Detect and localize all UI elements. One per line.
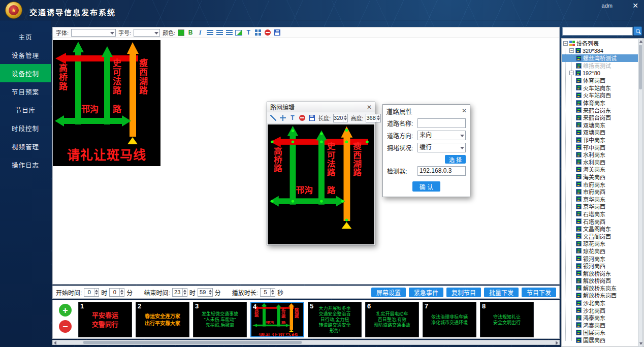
delete-button[interactable] bbox=[299, 114, 306, 122]
close-icon[interactable]: ✕ bbox=[367, 104, 372, 111]
save-button[interactable] bbox=[308, 114, 315, 122]
tree-device-selected[interactable]: 螺丝湾桥测试 bbox=[562, 54, 638, 62]
tree-device[interactable]: 体育岗西 bbox=[562, 77, 638, 84]
draw-line-button[interactable] bbox=[270, 114, 277, 122]
height-spinner[interactable]: 368 bbox=[366, 114, 380, 122]
collapse-icon[interactable] bbox=[563, 41, 568, 46]
tree-device[interactable]: 国展岗东 bbox=[562, 329, 638, 336]
tree-device[interactable]: 文昌阁岗西 bbox=[562, 232, 638, 240]
sidebar-item-time-control[interactable]: 时段控制 bbox=[0, 119, 51, 137]
program-thumb-2[interactable]: 2 春运安全连万家出行平安靠大家 bbox=[136, 302, 189, 337]
font-size-select[interactable] bbox=[134, 29, 160, 37]
add-node-button[interactable] bbox=[279, 114, 286, 122]
tree-device-offline[interactable]: 维扬商测试 bbox=[562, 62, 638, 70]
length-spinner[interactable]: 320 bbox=[333, 114, 348, 122]
spinner-arrows[interactable] bbox=[376, 114, 380, 122]
insert-image-button[interactable] bbox=[235, 29, 242, 37]
road-name-input[interactable] bbox=[417, 118, 466, 128]
scroll-right-icon[interactable] bbox=[556, 341, 558, 345]
tree-device[interactable]: 解放桥岗西 bbox=[562, 277, 638, 285]
spinner-arrows[interactable] bbox=[208, 289, 212, 296]
user-name[interactable]: adm bbox=[602, 3, 613, 9]
tree-device[interactable]: 市府岗西 bbox=[562, 188, 638, 196]
text-tool-button[interactable]: T bbox=[289, 114, 296, 122]
scrollbar-thumb[interactable] bbox=[639, 45, 642, 89]
program-thumb-1[interactable]: 1 平安春运交警同行 bbox=[78, 302, 132, 337]
sidebar-item-home[interactable]: 主页 bbox=[0, 27, 51, 46]
close-icon[interactable]: ✕ bbox=[462, 107, 467, 114]
font-family-select[interactable] bbox=[71, 29, 116, 37]
grid-button[interactable] bbox=[254, 29, 262, 37]
sidebar-item-program-library[interactable]: 节目库 bbox=[0, 101, 51, 119]
align-center-button[interactable] bbox=[216, 29, 223, 37]
collapse-icon[interactable] bbox=[569, 48, 574, 53]
spinner-arrows[interactable] bbox=[270, 289, 275, 296]
scroll-down-icon[interactable] bbox=[639, 342, 642, 345]
bold-button[interactable]: B bbox=[187, 29, 194, 37]
tree-device[interactable]: 来鹤台岗东 bbox=[562, 106, 638, 114]
spinner-arrows[interactable] bbox=[343, 114, 347, 122]
screen-settings-button[interactable]: 屏幕设置 bbox=[371, 288, 406, 297]
add-program-button[interactable]: + bbox=[59, 304, 72, 317]
tree-device[interactable]: 琼花岗西 bbox=[562, 247, 638, 255]
tree-device[interactable]: 海关岗西 bbox=[562, 173, 638, 181]
tree-device[interactable]: 体育岗东 bbox=[562, 99, 638, 107]
confirm-button[interactable]: 确 认 bbox=[412, 181, 440, 192]
duration-spinner[interactable]: 5 bbox=[260, 288, 275, 297]
start-minute-spinner[interactable]: 0 bbox=[109, 288, 124, 297]
select-detector-button[interactable]: 选 择 bbox=[445, 155, 466, 164]
tree-device[interactable]: 琼花岗东 bbox=[562, 240, 638, 247]
tree-device[interactable]: 解放桥东岗东 bbox=[562, 285, 638, 292]
tree-device[interactable]: 邗中岗西 bbox=[562, 143, 638, 151]
tree-group-192x80[interactable]: 192*80 bbox=[562, 69, 638, 77]
tree-device[interactable]: 海关岗东 bbox=[562, 166, 638, 173]
dialog-titlebar[interactable]: 道路属性 ✕ bbox=[383, 105, 470, 117]
tree-device[interactable]: 石塔岗西 bbox=[562, 217, 638, 225]
tree-device[interactable]: 沙北岗东 bbox=[562, 299, 638, 307]
program-thumb-4[interactable]: 4 bbox=[250, 302, 304, 337]
text-tool-button[interactable]: T bbox=[245, 29, 252, 37]
program-thumb-5[interactable]: 5 大力开展秋冬季交通安全整治百日行动,全力扭转道路交通安全形势! bbox=[308, 302, 362, 337]
tree-device[interactable]: 国展岗西 bbox=[562, 336, 638, 344]
copy-program-button[interactable]: 复制节目 bbox=[446, 288, 481, 297]
tree-device[interactable]: 文昌阁岗东 bbox=[562, 225, 638, 233]
italic-button[interactable]: I bbox=[197, 29, 204, 37]
tree-device[interactable]: 市府岗东 bbox=[562, 180, 638, 188]
road-direction-select[interactable]: 来向 bbox=[417, 131, 466, 140]
window-close-icon[interactable]: ✕ bbox=[631, 2, 640, 10]
program-thumb-7[interactable]: 7 依法治理非标车辆净化城市交通环境 bbox=[423, 302, 476, 337]
tree-device[interactable]: 水利岗东 bbox=[562, 151, 638, 159]
congestion-select[interactable]: 缓行 bbox=[417, 143, 466, 152]
tree-device[interactable]: 双塘岗西 bbox=[562, 129, 638, 136]
spinner-arrows[interactable] bbox=[182, 289, 187, 296]
sidebar-item-device-management[interactable]: 设备管理 bbox=[0, 46, 51, 64]
tree-device[interactable]: 解放桥岗东 bbox=[562, 269, 638, 277]
remove-program-button[interactable]: − bbox=[59, 320, 72, 333]
scroll-left-icon[interactable] bbox=[54, 341, 56, 345]
scroll-up-icon[interactable] bbox=[639, 40, 642, 43]
tree-device[interactable]: 来鹤台岗西 bbox=[562, 114, 638, 121]
spinner-arrows[interactable] bbox=[94, 289, 99, 296]
send-program-button[interactable]: 节目下发 bbox=[522, 288, 556, 297]
end-hour-spinner[interactable]: 23 bbox=[172, 288, 187, 297]
start-hour-spinner[interactable]: 0 bbox=[84, 288, 99, 297]
scrollbar-thumb[interactable] bbox=[83, 341, 302, 344]
tree-device[interactable]: 京华岗东 bbox=[562, 195, 638, 203]
collapse-icon[interactable] bbox=[569, 71, 574, 75]
tree-device[interactable]: 邗中岗东 bbox=[562, 136, 638, 144]
sidebar-item-operation-log[interactable]: 操作日志 bbox=[0, 155, 51, 174]
tree-device[interactable]: 双塘岗东 bbox=[562, 121, 638, 129]
batch-send-button[interactable]: 批量下发 bbox=[484, 288, 519, 297]
device-search-input[interactable] bbox=[562, 27, 633, 36]
detector-input[interactable]: 192.168.0.3 bbox=[417, 166, 466, 176]
tree-device[interactable]: 鸿泰岗西 bbox=[562, 322, 638, 329]
tree-device[interactable]: 银河岗西 bbox=[562, 262, 638, 270]
tree-device[interactable]: 火车站岗东 bbox=[562, 84, 638, 92]
tree-root[interactable]: 设备列表 bbox=[562, 40, 638, 47]
tree-device[interactable]: 沙北岗西 bbox=[562, 306, 638, 314]
tree-device[interactable]: 京华岗西 bbox=[562, 203, 638, 210]
align-left-button[interactable] bbox=[206, 29, 213, 37]
delete-button[interactable] bbox=[264, 29, 271, 37]
save-button[interactable] bbox=[274, 29, 281, 37]
program-thumb-8[interactable]: 8 守法规知礼让安全文明出行 bbox=[480, 302, 534, 337]
